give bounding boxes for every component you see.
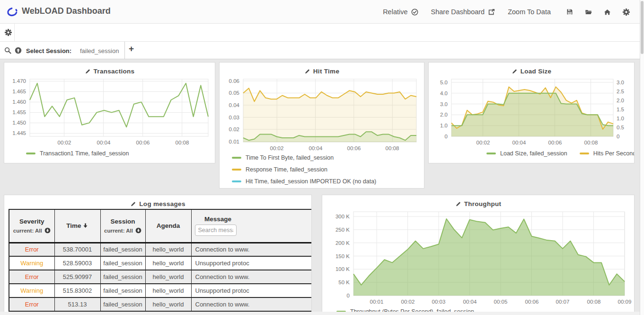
time-cell: 525.90997 bbox=[54, 270, 100, 284]
throughput-chart[interactable]: 050 K100 K150 K200 K250 K300 K00:0100:02… bbox=[325, 209, 632, 307]
x-axis-tick: 00:02 bbox=[470, 139, 496, 146]
y-axis-tick: 0.03 bbox=[221, 114, 239, 121]
y-axis-tick: 0.04 bbox=[221, 102, 239, 108]
arrow-circle-up-icon[interactable] bbox=[15, 47, 22, 54]
panel-accent-stripe bbox=[0, 61, 3, 76]
add-session-tab-button[interactable]: + bbox=[129, 45, 134, 53]
gear-icon[interactable] bbox=[623, 9, 630, 16]
panel-title: Throughput bbox=[322, 195, 634, 209]
y-axis-tick: 0.06 bbox=[221, 78, 239, 84]
column-label: Message bbox=[194, 216, 242, 223]
y-axis-tick: 0.01 bbox=[221, 138, 239, 145]
y2-axis-tick: 1.0 bbox=[617, 115, 635, 122]
y-axis-tick: 50 K bbox=[325, 279, 350, 286]
y-axis-tick: 0 bbox=[431, 133, 448, 140]
legend-item: Transaction1 Time, failed_session bbox=[26, 150, 129, 157]
x-axis-tick: 00:07 bbox=[549, 298, 576, 305]
y-axis-tick: 2.0 bbox=[431, 111, 448, 118]
transactions-chart[interactable]: 1.4451.4501.4551.4601.4651.47000:0200:04… bbox=[6, 77, 214, 148]
x-axis-tick: 00:02 bbox=[51, 139, 78, 146]
search-icon[interactable] bbox=[4, 47, 11, 54]
legend-swatch bbox=[232, 157, 241, 159]
load-size-chart[interactable]: 01.02.03.04.05.000.51.01.52.02.53.000:02… bbox=[431, 77, 633, 148]
hit-time-chart[interactable]: 0.010.020.030.040.050.0600:0200:0400:060… bbox=[221, 77, 423, 153]
session-tab-failed-session[interactable]: failed_session bbox=[80, 47, 119, 54]
throughput-panel: Throughput 050 K100 K150 K200 K250 K300 … bbox=[322, 195, 635, 315]
y-axis-tick: 1.0 bbox=[431, 122, 448, 129]
y-axis-tick: 4.0 bbox=[431, 90, 448, 97]
severity-filter[interactable]: current: All bbox=[9, 227, 54, 234]
menu-relative[interactable]: Relative bbox=[383, 8, 418, 16]
legend-item: Hit Time, failed_session IMPORTED OK (no… bbox=[232, 178, 376, 185]
message-cell: Connection to www. bbox=[191, 270, 312, 284]
message-cell: Unsupported protoc bbox=[191, 256, 312, 270]
severity-column-header[interactable]: Severity current: All bbox=[9, 209, 54, 243]
agenda-cell: hello_world bbox=[145, 270, 191, 284]
y2-axis-tick: 0 bbox=[617, 133, 635, 140]
x-axis-tick: 00:06 bbox=[130, 139, 156, 146]
share-icon bbox=[488, 9, 495, 16]
folder-open-icon[interactable] bbox=[585, 9, 592, 16]
header-icon-buttons bbox=[566, 9, 630, 16]
toolbar bbox=[0, 24, 644, 42]
filter-current-label: current: All bbox=[104, 228, 133, 234]
message-cell: Connection to www. bbox=[191, 243, 312, 256]
menu-share-dashboard[interactable]: Share Dashboard bbox=[431, 8, 495, 16]
severity-cell: Error bbox=[9, 270, 54, 284]
y-axis-tick: 250 K bbox=[325, 226, 350, 233]
pencil-icon[interactable] bbox=[130, 201, 136, 207]
panel-title: Transactions bbox=[4, 63, 215, 76]
menu-zoom-to-data[interactable]: Zoom To Data bbox=[508, 8, 551, 16]
vertical-scrollbar-track[interactable] bbox=[640, 0, 644, 315]
panel-accent-stripe bbox=[0, 195, 3, 210]
webload-logo-icon bbox=[6, 7, 18, 17]
pencil-icon[interactable] bbox=[455, 201, 461, 207]
chart-title: Throughput bbox=[464, 200, 502, 207]
column-label: Time bbox=[66, 222, 81, 229]
message-search-input[interactable] bbox=[195, 225, 237, 236]
time-column-header[interactable]: Time bbox=[54, 209, 100, 243]
session-cell: failed_session bbox=[100, 284, 145, 297]
session-filter[interactable]: current: All bbox=[101, 227, 145, 234]
x-axis-tick: 00:08 bbox=[169, 139, 195, 146]
y-axis-tick: 1.465 bbox=[6, 88, 26, 95]
legend-item: Time To First Byte, failed_session bbox=[232, 154, 376, 161]
y-axis-tick: 1.455 bbox=[6, 109, 26, 116]
legend-swatch bbox=[486, 153, 496, 154]
chart-legend: Transaction1 Time, failed_session bbox=[26, 150, 129, 162]
gear-icon[interactable] bbox=[5, 29, 12, 36]
y-axis-tick: 1.445 bbox=[6, 130, 26, 136]
y-axis-tick: 200 K bbox=[325, 240, 350, 246]
y2-axis-tick: 0.5 bbox=[617, 124, 635, 131]
filter-current-label: current: All bbox=[13, 228, 42, 234]
session-column-header[interactable]: Session current: All bbox=[100, 209, 145, 243]
menu-zoom-label: Zoom To Data bbox=[508, 8, 551, 16]
pencil-icon[interactable] bbox=[304, 68, 310, 74]
y-axis-tick: 0.05 bbox=[221, 90, 239, 96]
legend-item: Load Size, failed_session bbox=[486, 150, 567, 157]
table-header-row: Severity current: All Time Session cu bbox=[9, 209, 312, 243]
agenda-column-header: Agenda bbox=[145, 209, 191, 243]
toolbar-divider bbox=[14, 24, 15, 41]
home-icon[interactable] bbox=[604, 9, 611, 16]
x-axis-tick: 00:09 bbox=[611, 298, 635, 305]
session-cell: failed_session bbox=[100, 270, 145, 284]
message-column-header: Message bbox=[191, 209, 312, 243]
y2-axis-tick: 3.0 bbox=[617, 79, 635, 86]
x-axis-tick: 00:08 bbox=[581, 298, 607, 305]
horizontal-scrollbar-track[interactable] bbox=[0, 312, 644, 315]
x-axis-tick: 00:08 bbox=[379, 145, 406, 152]
y-axis-tick: 1.460 bbox=[6, 99, 26, 105]
column-label: Session bbox=[101, 218, 145, 225]
menu-share-label: Share Dashboard bbox=[431, 8, 485, 16]
save-icon[interactable] bbox=[566, 9, 573, 15]
pencil-icon[interactable] bbox=[512, 68, 518, 74]
legend-label: Transaction1 Time, failed_session bbox=[40, 150, 129, 157]
legend-label: Load Size, failed_session bbox=[500, 150, 567, 157]
agenda-cell: hello_world bbox=[145, 284, 191, 297]
pencil-icon[interactable] bbox=[85, 68, 91, 74]
agenda-cell: hello_world bbox=[145, 243, 191, 256]
table-row: Error538.70001failed_sessionhello_worldC… bbox=[9, 243, 312, 256]
x-axis-tick: 00:02 bbox=[264, 145, 290, 152]
vertical-scrollbar-thumb[interactable] bbox=[641, 1, 644, 54]
